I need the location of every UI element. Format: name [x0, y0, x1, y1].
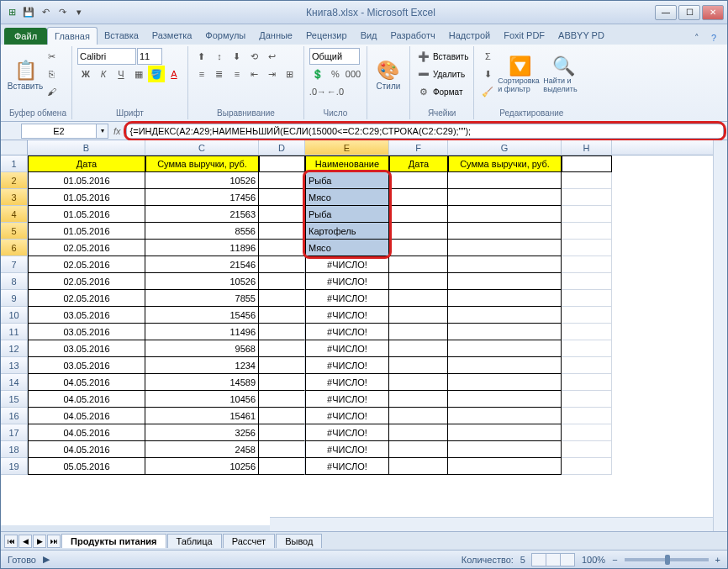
- increase-indent-icon[interactable]: ⇥: [264, 66, 281, 82]
- row-header-5[interactable]: 5: [1, 223, 28, 240]
- cell-C8[interactable]: 10526: [145, 273, 259, 290]
- cell-D12[interactable]: [259, 340, 305, 357]
- row-header-9[interactable]: 9: [1, 290, 28, 307]
- cell-F3[interactable]: [389, 189, 448, 206]
- cell-D16[interactable]: [259, 408, 305, 424]
- format-label[interactable]: Формат: [433, 87, 463, 97]
- zoom-level[interactable]: 100%: [582, 555, 605, 565]
- zoom-thumb[interactable]: [665, 555, 670, 565]
- minimize-button[interactable]: —: [655, 5, 677, 20]
- cell-D6[interactable]: [259, 240, 305, 256]
- cell-H10[interactable]: [562, 307, 612, 324]
- cell-C2[interactable]: 10526: [145, 172, 259, 189]
- tab-надстрой[interactable]: Надстрой: [442, 27, 497, 45]
- cell-C10[interactable]: 15456: [145, 307, 259, 324]
- cell-F18[interactable]: [389, 441, 448, 458]
- cell-B14[interactable]: 04.05.2016: [28, 374, 145, 391]
- cell-B11[interactable]: 03.05.2016: [28, 324, 145, 340]
- tab-формулы[interactable]: Формулы: [198, 27, 252, 45]
- cell-E4[interactable]: Рыба: [305, 206, 389, 223]
- cell-H19[interactable]: [562, 458, 612, 475]
- row-header-8[interactable]: 8: [1, 273, 28, 290]
- row-header-17[interactable]: 17: [1, 424, 28, 441]
- insert-cell-icon[interactable]: ➕: [415, 48, 432, 65]
- cell-D5[interactable]: [259, 223, 305, 240]
- cell-H8[interactable]: [562, 273, 612, 290]
- row-header-3[interactable]: 3: [1, 189, 28, 206]
- tab-вставка[interactable]: Вставка: [98, 27, 145, 45]
- sheet-tab-2[interactable]: Рассчет: [223, 534, 276, 548]
- font-color-button[interactable]: A: [166, 66, 182, 82]
- name-box-dropdown[interactable]: ▾: [97, 124, 108, 139]
- cell-D15[interactable]: [259, 391, 305, 408]
- cell-B7[interactable]: 02.05.2016: [28, 256, 145, 273]
- tab-abbyy pd[interactable]: ABBYY PD: [551, 27, 611, 45]
- cell-F12[interactable]: [389, 340, 448, 357]
- tab-рецензир[interactable]: Рецензир: [299, 27, 354, 45]
- cell-C11[interactable]: 11496: [145, 324, 259, 340]
- cell-D13[interactable]: [259, 357, 305, 374]
- cell-C16[interactable]: 15461: [145, 408, 259, 424]
- close-button[interactable]: ✕: [702, 5, 724, 20]
- help-icon[interactable]: ?: [707, 31, 720, 45]
- cell-F17[interactable]: [389, 424, 448, 441]
- cell-E10[interactable]: #ЧИСЛО!: [305, 307, 389, 324]
- row-header-12[interactable]: 12: [1, 340, 28, 357]
- cell-B16[interactable]: 04.05.2016: [28, 408, 145, 424]
- cell-D14[interactable]: [259, 374, 305, 391]
- undo-icon[interactable]: ↶: [38, 5, 53, 20]
- comma-icon[interactable]: 000: [345, 66, 361, 82]
- format-cell-icon[interactable]: ⚙: [415, 83, 432, 100]
- redo-icon[interactable]: ↷: [55, 5, 70, 20]
- cell-G16[interactable]: [448, 408, 562, 424]
- cell-D19[interactable]: [259, 458, 305, 475]
- cell-D18[interactable]: [259, 441, 305, 458]
- cell-E9[interactable]: #ЧИСЛО!: [305, 290, 389, 307]
- column-header-E[interactable]: E: [305, 140, 389, 155]
- align-bottom-icon[interactable]: ⬇: [229, 48, 245, 65]
- cell-F9[interactable]: [389, 290, 448, 307]
- tab-foxit pdf[interactable]: Foxit PDF: [497, 27, 551, 45]
- styles-button[interactable]: 🎨 Стили: [372, 48, 404, 102]
- sheet-tab-1[interactable]: Таблица: [167, 534, 222, 548]
- macro-icon[interactable]: ▶: [43, 554, 50, 565]
- decrease-indent-icon[interactable]: ⇤: [246, 66, 263, 82]
- cell-B19[interactable]: 05.05.2016: [28, 458, 145, 475]
- row-header-13[interactable]: 13: [1, 357, 28, 374]
- cell-G17[interactable]: [448, 424, 562, 441]
- find-select-button[interactable]: 🔍 Найти и выделить: [543, 48, 583, 102]
- clear-icon[interactable]: 🧹: [479, 83, 496, 100]
- insert-label[interactable]: Вставить: [433, 52, 468, 61]
- sheet-nav-first[interactable]: ⏮: [4, 535, 18, 548]
- row-header-7[interactable]: 7: [1, 256, 28, 273]
- delete-label[interactable]: Удалить: [433, 70, 465, 79]
- cell-C5[interactable]: 8556: [145, 223, 259, 240]
- cell-F16[interactable]: [389, 408, 448, 424]
- fx-icon[interactable]: fx: [113, 126, 121, 136]
- row-header-1[interactable]: 1: [1, 155, 28, 172]
- cell-E13[interactable]: #ЧИСЛО!: [305, 357, 389, 374]
- row-header-19[interactable]: 19: [1, 458, 28, 475]
- row-header-15[interactable]: 15: [1, 391, 28, 408]
- align-right-icon[interactable]: ≡: [229, 66, 245, 82]
- cell-B10[interactable]: 03.05.2016: [28, 307, 145, 324]
- column-header-F[interactable]: F: [389, 140, 448, 155]
- cell-F6[interactable]: [389, 240, 448, 256]
- cell-E19[interactable]: #ЧИСЛО!: [305, 458, 389, 475]
- cell-D3[interactable]: [259, 189, 305, 206]
- cell-G8[interactable]: [448, 273, 562, 290]
- cell-H18[interactable]: [562, 441, 612, 458]
- header-cell-H[interactable]: [562, 155, 612, 172]
- normal-view-button[interactable]: [531, 553, 546, 566]
- tab-разметка[interactable]: Разметка: [145, 27, 199, 45]
- cell-B9[interactable]: 02.05.2016: [28, 290, 145, 307]
- cell-G2[interactable]: [448, 172, 562, 189]
- fill-color-button[interactable]: 🪣: [148, 66, 165, 82]
- cell-E16[interactable]: #ЧИСЛО!: [305, 408, 389, 424]
- cell-G18[interactable]: [448, 441, 562, 458]
- cell-B5[interactable]: 01.05.2016: [28, 223, 145, 240]
- fill-icon[interactable]: ⬇: [479, 66, 496, 82]
- zoom-slider[interactable]: [625, 558, 709, 561]
- cell-G10[interactable]: [448, 307, 562, 324]
- cell-G15[interactable]: [448, 391, 562, 408]
